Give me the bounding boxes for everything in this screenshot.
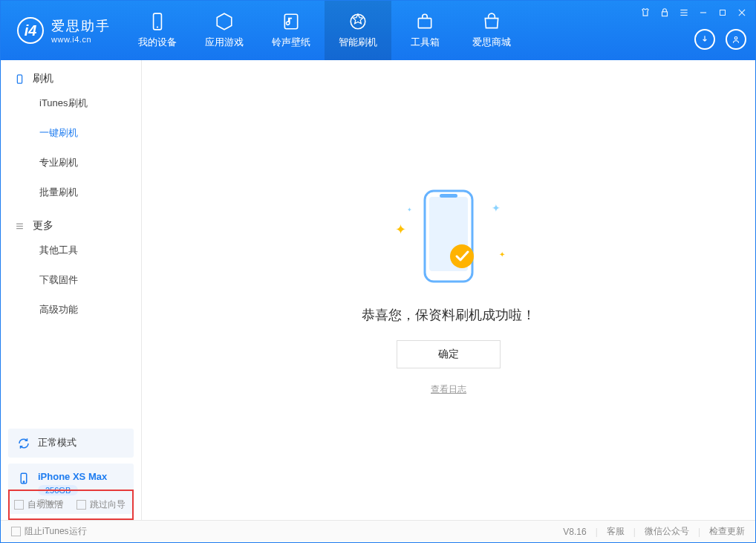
sidebar: 刷机 iTunes刷机 一键刷机 专业刷机 批量刷机 更多 其他工具 下载固件 … [1, 60, 142, 520]
mode-label: 正常模式 [38, 436, 76, 449]
tab-toolbox[interactable]: 工具箱 [391, 1, 458, 60]
tab-store[interactable]: 爱思商城 [458, 1, 525, 60]
tab-smart-flash[interactable]: 智能刷机 [325, 1, 391, 60]
svg-rect-14 [17, 74, 22, 82]
window-controls [639, 7, 748, 19]
footer-link-support[interactable]: 客服 [607, 525, 625, 538]
tab-ringtone-wallpaper[interactable]: 铃声壁纸 [258, 1, 325, 60]
app-domain: www.i4.cn [51, 35, 111, 44]
sidebar-item-other-tools[interactable]: 其他工具 [1, 235, 141, 265]
footer-link-wechat[interactable]: 微信公众号 [645, 525, 689, 538]
sync-icon [17, 437, 30, 450]
maximize-icon[interactable] [717, 7, 729, 19]
sidebar-item-download-firmware[interactable]: 下载固件 [1, 265, 141, 295]
sidebar-options-highlight: 自动激活 跳过向导 [8, 490, 134, 520]
list-icon [14, 221, 25, 232]
ok-button[interactable]: 确定 [397, 340, 501, 368]
main-content: ✦ ✦ ✦ ✦ 恭喜您，保资料刷机成功啦！ 确定 查看日志 [142, 60, 755, 520]
skip-guide-checkbox[interactable]: 跳过向导 [76, 498, 126, 511]
tab-apps-games[interactable]: 应用游戏 [191, 1, 258, 60]
sidebar-item-pro-flash[interactable]: 专业刷机 [1, 148, 141, 178]
user-icon[interactable] [726, 29, 746, 50]
version-label: V8.16 [563, 527, 586, 537]
mode-card[interactable]: 正常模式 [8, 429, 134, 458]
svg-point-1 [157, 27, 158, 28]
status-bar: 阻止iTunes运行 V8.16 | 客服 | 微信公众号 | 检查更新 [1, 520, 755, 542]
svg-point-19 [23, 481, 25, 483]
success-message: 恭喜您，保资料刷机成功啦！ [362, 306, 535, 324]
download-icon[interactable] [694, 29, 715, 50]
device-phone-icon [17, 472, 30, 485]
close-icon[interactable] [736, 7, 748, 19]
block-itunes-checkbox[interactable]: 阻止iTunes运行 [11, 525, 87, 538]
svg-rect-5 [662, 12, 668, 16]
auto-activate-checkbox[interactable]: 自动激活 [14, 498, 63, 511]
svg-rect-10 [720, 10, 726, 16]
sidebar-section-more: 更多 [1, 219, 141, 233]
sidebar-item-advanced[interactable]: 高级功能 [1, 295, 141, 325]
sidebar-section-flash: 刷机 [1, 72, 141, 85]
lock-icon[interactable] [659, 7, 671, 19]
sidebar-item-oneclick-flash[interactable]: 一键刷机 [1, 118, 141, 148]
app-name: 爱思助手 [51, 17, 111, 35]
header-tabs: 我的设备 应用游戏 铃声壁纸 智能刷机 工具箱 爱思商城 [124, 1, 525, 60]
svg-point-13 [734, 37, 737, 40]
success-illustration: ✦ ✦ ✦ ✦ [389, 184, 508, 288]
footer-link-update[interactable]: 检查更新 [709, 525, 745, 538]
header-action-icons [694, 29, 746, 50]
app-header: i4 爱思助手 www.i4.cn 我的设备 应用游戏 铃声壁纸 智能刷机 工具… [1, 1, 755, 60]
sidebar-item-batch-flash[interactable]: 批量刷机 [1, 178, 141, 207]
svg-rect-22 [440, 194, 457, 198]
svg-rect-4 [418, 19, 431, 28]
logo-badge: i4 [17, 17, 44, 44]
shirt-icon[interactable] [639, 7, 651, 19]
sidebar-item-itunes-flash[interactable]: iTunes刷机 [1, 88, 141, 118]
tab-my-device[interactable]: 我的设备 [124, 1, 191, 60]
menu-icon[interactable] [678, 7, 690, 19]
minimize-icon[interactable] [697, 7, 709, 19]
view-log-link[interactable]: 查看日志 [431, 383, 466, 396]
phone-icon [14, 74, 25, 85]
svg-point-23 [450, 244, 474, 268]
device-name: iPhone XS Max [38, 471, 107, 482]
app-logo: i4 爱思助手 www.i4.cn [1, 17, 124, 44]
